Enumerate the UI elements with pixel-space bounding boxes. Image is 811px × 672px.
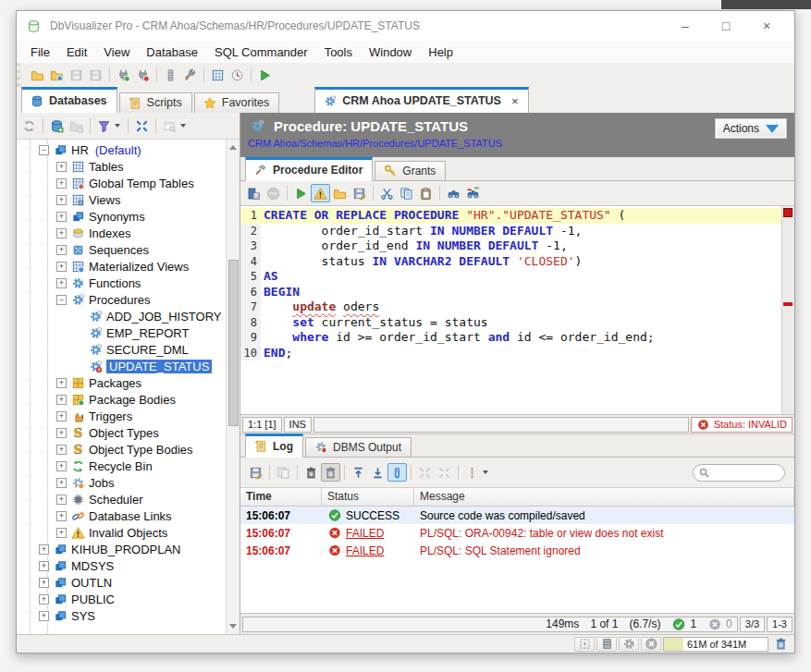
log-search-box[interactable]	[693, 464, 785, 482]
tree-item-tables[interactable]: +Tables	[17, 158, 226, 175]
row-height-icon[interactable]	[462, 463, 482, 482]
connect-icon[interactable]	[114, 66, 133, 84]
chevron-down-icon[interactable]	[483, 470, 488, 474]
tools-icon[interactable]	[180, 66, 200, 84]
tree-item-indexes[interactable]: +Indexes	[17, 225, 226, 241]
cut-icon[interactable]	[377, 184, 397, 202]
menu-sql-commander[interactable]: SQL Commander	[206, 43, 316, 61]
tree-item-mdsys[interactable]: +MDSYS	[17, 557, 226, 574]
menu-database[interactable]: Database	[138, 43, 206, 61]
database-column-icon[interactable]	[161, 66, 180, 84]
warning-icon[interactable]	[311, 184, 330, 202]
find-icon[interactable]	[444, 184, 463, 202]
tab-log[interactable]: Log	[245, 434, 303, 458]
expand-icon[interactable]: +	[39, 611, 49, 621]
tree-item-database-links[interactable]: +Database Links	[17, 507, 226, 524]
log-search-input[interactable]	[711, 466, 778, 479]
scroll-up-icon[interactable]	[229, 145, 237, 150]
expand-icon[interactable]: +	[39, 561, 49, 571]
filter-icon[interactable]	[94, 116, 114, 135]
code-line-10[interactable]: 10END;	[240, 346, 781, 361]
expand-icon[interactable]: +	[56, 511, 67, 521]
collapse-icon[interactable]: −	[56, 295, 67, 305]
maximize-button[interactable]: □	[706, 18, 746, 33]
window-search-icon[interactable]	[160, 116, 179, 135]
expand-icon[interactable]: +	[56, 378, 67, 388]
tree-item-emp-report[interactable]: EMP_REPORT	[17, 324, 226, 341]
expand-icon[interactable]: +	[56, 428, 67, 438]
tree-item-synonyms[interactable]: +Synonyms	[17, 208, 226, 225]
tree-item-object-type-bodies[interactable]: +SObject Type Bodies	[17, 441, 226, 458]
error-marker-line7[interactable]	[783, 302, 793, 306]
copy-log-icon[interactable]	[274, 463, 293, 482]
tree-item-jobs[interactable]: +Jobs	[17, 474, 226, 491]
expand-icon[interactable]: +	[39, 594, 49, 605]
column-header-status[interactable]: Status	[322, 488, 414, 506]
column-header-time[interactable]: Time	[240, 488, 322, 506]
open-folder-icon[interactable]	[330, 184, 350, 202]
memory-indicator[interactable]: 61M of 341M	[663, 637, 768, 652]
tree-item-sequences[interactable]: +Sequences	[17, 241, 226, 258]
tab-scripts[interactable]: Scripts	[119, 92, 192, 113]
expand-icon[interactable]: +	[39, 578, 49, 588]
run-icon[interactable]	[255, 66, 275, 84]
log-row[interactable]: 15:06:07FAILEDPL/SQL: SQL Statement igno…	[240, 542, 794, 559]
menu-view[interactable]: View	[95, 43, 138, 61]
save-procedure-icon[interactable]	[244, 184, 264, 202]
tree-scrollbar[interactable]	[226, 140, 240, 634]
schedule-icon[interactable]	[227, 66, 247, 84]
expand-icon[interactable]: +	[39, 544, 49, 555]
expand-icon[interactable]: +	[56, 212, 67, 222]
gc-icon[interactable]	[770, 637, 791, 652]
tree-item-package-bodies[interactable]: +Package Bodies	[17, 391, 226, 408]
expand-icon[interactable]: +	[56, 278, 67, 288]
tree-item-add-job-history[interactable]: ADD_JOB_HISTORY	[17, 308, 226, 324]
expand-icon[interactable]: +	[56, 245, 67, 255]
menu-window[interactable]: Window	[361, 43, 420, 61]
tree-item-procedures[interactable]: −Procedures	[17, 291, 226, 308]
error-marker-top[interactable]	[783, 208, 793, 217]
save-as-color-icon[interactable]	[350, 184, 369, 202]
disconnect-icon[interactable]	[133, 66, 153, 84]
add-connection-icon[interactable]	[47, 116, 67, 135]
expand-icon[interactable]: +	[56, 445, 67, 455]
code-line-6[interactable]: 6BEGIN	[240, 285, 781, 300]
code-line-9[interactable]: 9 where id >= order_id_start and id <= o…	[240, 330, 781, 346]
stop-icon[interactable]: STOP	[264, 184, 283, 202]
collapse-icon[interactable]: −	[39, 145, 49, 155]
code-line-3[interactable]: 3 order_id_end IN NUMBER DEFAULT -1,	[240, 238, 781, 254]
tab-databases[interactable]: Databases	[21, 87, 117, 113]
tree-item-functions[interactable]: +Functions	[17, 275, 226, 291]
expand-rows-icon[interactable]	[415, 463, 435, 482]
scroll-top-icon[interactable]	[349, 463, 368, 482]
scroll-bottom-icon[interactable]	[368, 463, 387, 482]
menu-help[interactable]: Help	[420, 43, 461, 61]
tree-item-scheduler[interactable]: +Scheduler	[17, 491, 226, 507]
log-row[interactable]: 15:06:07SUCCESSSource code was compiled/…	[240, 507, 794, 524]
expand-icon[interactable]: +	[56, 178, 67, 189]
errors-icon[interactable]	[641, 637, 661, 652]
code-line-8[interactable]: 8 set current_status = status	[240, 315, 781, 331]
tree-item-update-status[interactable]: UPDATE_STATUS	[17, 358, 226, 374]
chevron-down-icon[interactable]	[180, 124, 186, 128]
tab-favorites[interactable]: Favorites	[194, 92, 279, 113]
column-header-message[interactable]: Message	[414, 488, 794, 506]
expand-icon[interactable]: +	[56, 461, 67, 471]
clear-on-execute-icon[interactable]	[321, 463, 340, 482]
expand-icon[interactable]: +	[56, 495, 67, 505]
expand-icon[interactable]: +	[56, 262, 67, 272]
sql-editor[interactable]: 1CREATE OR REPLACE PROCEDURE "HR"."UPDAT…	[240, 206, 794, 414]
tree-item-recycle-bin[interactable]: +Recycle Bin	[17, 458, 226, 474]
minimize-button[interactable]: –	[665, 18, 706, 33]
log-row[interactable]: 15:06:07FAILEDPL/SQL: ORA-00942: table o…	[240, 524, 794, 542]
paste-icon[interactable]	[416, 184, 436, 202]
tail-icon[interactable]	[387, 463, 407, 482]
find-replace-icon[interactable]	[463, 184, 483, 202]
expand-icon[interactable]: +	[56, 411, 67, 422]
selection-mode-icon[interactable]	[574, 637, 595, 652]
save-as-icon[interactable]	[86, 66, 105, 84]
collapse-rows-icon[interactable]	[435, 463, 454, 482]
close-tab-icon[interactable]: ×	[511, 94, 519, 108]
tab-grants[interactable]: Grants	[375, 161, 446, 180]
tree-item-public[interactable]: +PUBLIC	[17, 591, 226, 607]
